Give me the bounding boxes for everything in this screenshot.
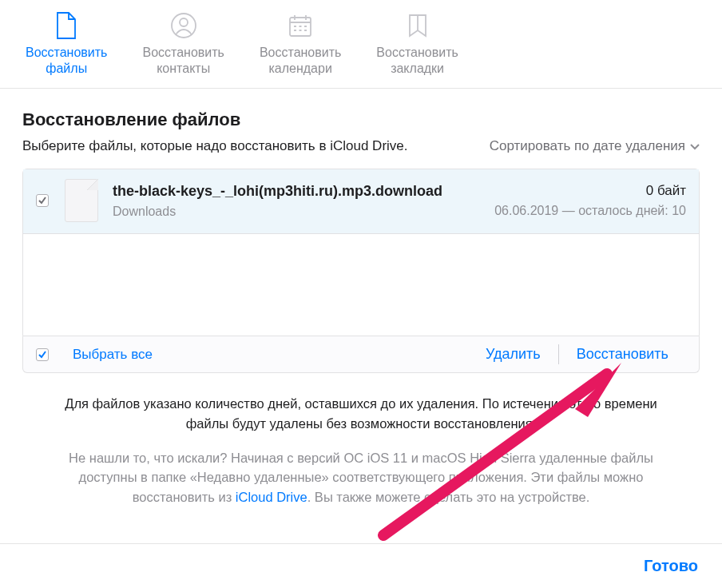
calendar-icon	[284, 10, 316, 42]
file-list: the-black-keys_-_lohi(mp3hiti.ru).mp3.do…	[22, 169, 700, 336]
svg-point-0	[172, 14, 196, 38]
bookmark-icon	[402, 10, 434, 42]
chevron-down-icon	[690, 138, 700, 154]
file-name: the-black-keys_-_lohi(mp3hiti.ru).mp3.do…	[113, 183, 485, 200]
tab-restore-bookmarks[interactable]: Восстановить закладки	[359, 0, 475, 88]
action-toolbar: Выбрать все Удалить Восстановить	[22, 336, 700, 373]
page-title: Восстановление файлов	[22, 109, 700, 130]
subheader: Выберите файлы, которые надо восстановит…	[22, 138, 700, 154]
file-row[interactable]: the-black-keys_-_lohi(mp3hiti.ru).mp3.do…	[23, 169, 699, 234]
file-deleted-info: 06.06.2019 — осталось дней: 10	[494, 204, 686, 218]
tab-label: Восстановить закладки	[376, 45, 458, 77]
sort-dropdown[interactable]: Сортировать по дате удаления	[490, 138, 700, 154]
select-all-button[interactable]: Выбрать все	[36, 347, 153, 363]
svg-point-1	[180, 18, 188, 26]
icloud-drive-link[interactable]: iCloud Drive	[236, 490, 307, 504]
sort-label: Сортировать по дате удаления	[490, 138, 685, 154]
file-info-right: 0 байт 06.06.2019 — осталось дней: 10	[494, 183, 686, 218]
info-primary: Для файлов указано количество дней, оста…	[54, 394, 668, 434]
done-button[interactable]: Готово	[644, 557, 698, 575]
tab-restore-files[interactable]: Восстановить файлы	[8, 0, 125, 88]
file-meta: the-black-keys_-_lohi(mp3hiti.ru).mp3.do…	[113, 183, 485, 219]
instructions-text: Выберите файлы, которые надо восстановит…	[22, 138, 408, 154]
tab-restore-contacts[interactable]: Восстановить контакты	[125, 0, 241, 88]
main-content: Восстановление файлов Выберите файлы, ко…	[0, 89, 722, 507]
tab-label: Восстановить календари	[260, 45, 341, 77]
tab-label: Восстановить файлы	[26, 45, 107, 77]
file-size: 0 байт	[494, 183, 686, 199]
footer: Готово	[0, 543, 722, 588]
file-location: Downloads	[113, 205, 485, 219]
select-all-checkbox[interactable]	[36, 348, 49, 361]
info-text: Для файлов указано количество дней, оста…	[22, 373, 700, 507]
info-secondary: Не нашли то, что искали? Начиная с верси…	[54, 448, 668, 507]
tab-label: Восстановить контакты	[142, 45, 224, 77]
tab-bar: Восстановить файлы Восстановить контакты…	[0, 0, 722, 89]
delete-button[interactable]: Удалить	[468, 344, 558, 364]
restore-button[interactable]: Восстановить	[558, 344, 686, 364]
select-all-label: Выбрать все	[73, 347, 153, 363]
person-icon	[168, 10, 200, 42]
tab-restore-calendars[interactable]: Восстановить календари	[242, 0, 359, 88]
document-icon	[50, 10, 82, 42]
file-checkbox[interactable]	[36, 194, 49, 207]
generic-file-icon	[65, 179, 98, 222]
